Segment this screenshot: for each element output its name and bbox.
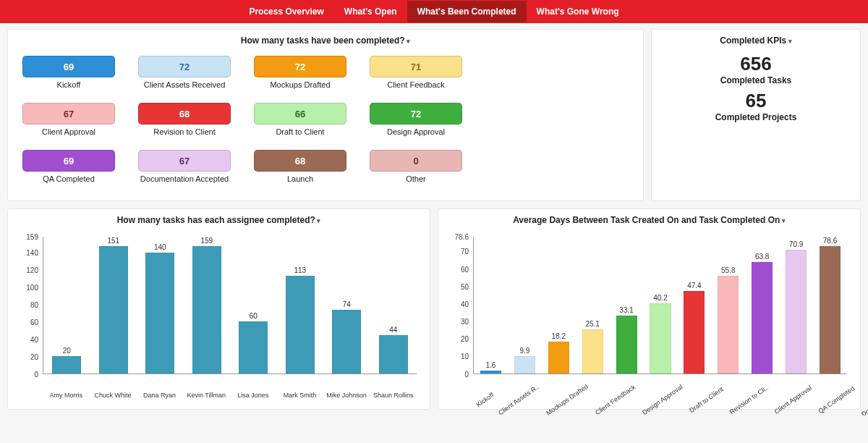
x-label: Design Approval	[641, 383, 684, 415]
bar-qa-completed[interactable]: 63.8	[745, 237, 779, 374]
bar-rect[interactable]	[192, 246, 221, 374]
days-chart-title[interactable]: Average Days Between Task Created On and…	[447, 215, 851, 225]
bar-rect[interactable]	[286, 276, 315, 373]
bar-rect[interactable]	[548, 342, 569, 374]
bar-kickoff[interactable]: 1.6	[474, 237, 508, 374]
stage-label: Documentation Accepted	[138, 174, 231, 184]
bar-rect[interactable]	[582, 329, 603, 373]
stage-box[interactable]: 66	[254, 103, 346, 125]
bar-rect[interactable]	[616, 316, 637, 374]
x-label: Client Feedback	[594, 383, 637, 415]
bar-rect[interactable]	[718, 276, 739, 373]
bar-value: 60	[250, 312, 258, 320]
bar-mike-johnson[interactable]: 74	[323, 237, 370, 374]
x-label: Draft to Client	[688, 385, 725, 414]
x-label: Documentation A..	[860, 381, 868, 415]
stage-design-approval[interactable]: 72Design Approval	[365, 103, 467, 137]
assignee-bar-chart: 2015114015960113744402040608010012014015…	[17, 232, 421, 399]
bar-draft-to-client[interactable]: 40.2	[644, 237, 678, 374]
nav-tab-what-s-been-completed[interactable]: What's Been Completed	[407, 1, 527, 22]
nav-tab-process-overview[interactable]: Process Overview	[239, 1, 333, 22]
x-label: QA Completed	[817, 384, 856, 415]
flow-card-title[interactable]: How many tasks have been completed?	[17, 35, 634, 46]
bar-rect[interactable]	[239, 321, 268, 373]
y-tick: 140	[17, 249, 38, 257]
stage-kickoff[interactable]: 69Kickoff	[18, 56, 119, 90]
stage-box[interactable]: 72	[254, 56, 346, 77]
bar-kevin-tillman[interactable]: 159	[184, 237, 231, 374]
bar-rect[interactable]	[820, 246, 841, 374]
assignee-chart-title[interactable]: How many tasks has each assignee complet…	[17, 215, 421, 225]
stage-box[interactable]: 69	[22, 56, 115, 77]
y-tick: 0	[17, 370, 38, 378]
bar-client-assets-r-[interactable]: 9.9	[508, 237, 542, 374]
stage-box[interactable]: 72	[138, 56, 231, 77]
bar-rect[interactable]	[684, 291, 705, 374]
y-tick: 80	[17, 300, 38, 308]
bar-rect[interactable]	[650, 303, 671, 374]
y-tick: 30	[447, 318, 469, 326]
bar-shaun-rollins[interactable]: 44	[370, 237, 417, 374]
bar-rect[interactable]	[145, 253, 174, 373]
stage-box[interactable]: 72	[370, 103, 462, 125]
bar-design-approval[interactable]: 33.1	[610, 237, 644, 374]
stage-box[interactable]: 67	[22, 103, 115, 125]
bar-rect[interactable]	[786, 250, 807, 373]
stage-revision-to-client[interactable]: 68Revision to Client	[134, 103, 235, 137]
y-tick: 40	[17, 335, 38, 343]
stage-other[interactable]: 0Other	[365, 150, 467, 184]
bar-documentation-a-[interactable]: 70.9	[779, 237, 813, 374]
stage-box[interactable]: 68	[138, 103, 231, 125]
stage-client-approval[interactable]: 67Client Approval	[18, 103, 119, 137]
bar-amy-morris[interactable]: 20	[43, 237, 90, 374]
bar-dana-ryan[interactable]: 140	[137, 237, 184, 374]
bar-value: 63.8	[755, 253, 769, 261]
bar-value: 40.2	[653, 294, 667, 302]
x-label: Dana Ryan	[136, 392, 183, 399]
y-tick: 50	[447, 282, 469, 290]
kpi-value-1: 65	[660, 90, 851, 112]
bar-rect[interactable]	[52, 356, 81, 374]
stage-draft-to-client[interactable]: 66Draft to Client	[250, 103, 351, 137]
nav-tab-what-s-open[interactable]: What's Open	[334, 1, 407, 22]
stage-qa-completed[interactable]: 69QA Completed	[18, 150, 119, 184]
stage-box[interactable]: 71	[370, 56, 462, 77]
y-tick: 120	[17, 266, 38, 274]
bar-rect[interactable]	[332, 310, 361, 374]
bar-rect[interactable]	[379, 335, 408, 373]
y-tick: 60	[447, 265, 469, 273]
bar-rect[interactable]	[480, 371, 501, 374]
stage-mockups-drafted[interactable]: 72Mockups Drafted	[250, 56, 351, 90]
x-label: Client Assets R..	[497, 383, 540, 415]
stage-box[interactable]: 0	[370, 150, 462, 172]
bar-revision-to-cli-[interactable]: 47.4	[677, 237, 711, 374]
kpi-card-title[interactable]: Completed KPIs	[660, 35, 851, 46]
bar-value: 113	[294, 266, 306, 274]
stage-label: QA Completed	[22, 174, 115, 184]
y-tick: 0	[447, 370, 469, 378]
y-tick: 70	[447, 248, 469, 256]
bar-launch[interactable]: 78.6	[813, 237, 847, 374]
bar-rect[interactable]	[514, 356, 535, 374]
bar-mockups-drafted[interactable]: 18.2	[542, 237, 576, 374]
bar-lisa-jones[interactable]: 60	[230, 237, 277, 374]
stage-launch[interactable]: 68Launch	[250, 150, 351, 184]
bar-client-feedback[interactable]: 25.1	[576, 237, 610, 374]
nav-tab-what-s-gone-wrong[interactable]: What's Gone Wrong	[527, 1, 629, 22]
stage-client-feedback[interactable]: 71Client Feedback	[365, 56, 467, 90]
bar-value: 55.8	[721, 266, 735, 274]
bar-chuck-white[interactable]: 151	[90, 237, 137, 374]
stage-box[interactable]: 67	[138, 150, 231, 172]
y-tick: 60	[17, 318, 38, 326]
bar-rect[interactable]	[99, 246, 128, 374]
stage-client-assets-received[interactable]: 72Client Assets Received	[134, 56, 235, 90]
stage-documentation-accepted[interactable]: 67Documentation Accepted	[134, 150, 235, 184]
assignee-chart-card: How many tasks has each assignee complet…	[7, 208, 430, 410]
stage-box[interactable]: 69	[22, 150, 115, 172]
bar-value: 1.6	[486, 361, 496, 369]
bar-mark-smith[interactable]: 113	[277, 237, 324, 374]
stage-box[interactable]: 68	[254, 150, 346, 172]
kpi-label-1: Completed Projects	[660, 112, 851, 122]
bar-rect[interactable]	[752, 262, 773, 373]
bar-client-approval[interactable]: 55.8	[711, 237, 745, 374]
